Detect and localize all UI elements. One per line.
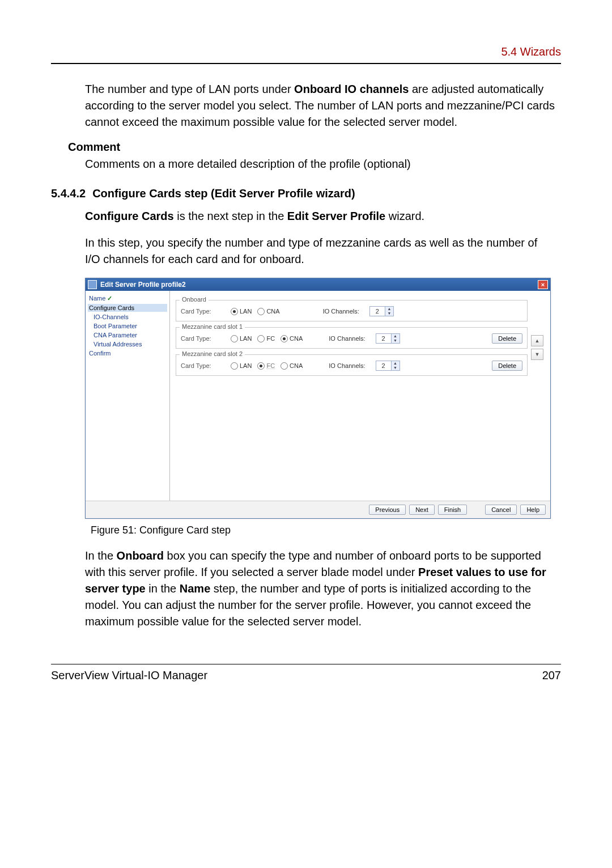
radio-mezz2-cna[interactable]: CNA: [280, 362, 303, 370]
group-onboard: Onboard Card Type: LAN CNA IO Channels: …: [176, 300, 528, 321]
radio-dot-icon: [257, 308, 265, 315]
radio-mezz2-lan[interactable]: LAN: [231, 362, 252, 370]
radio-label: LAN: [240, 335, 252, 342]
nav-item-confirm[interactable]: Confirm: [88, 349, 167, 357]
footer-product: ServerView Virtual-IO Manager: [51, 669, 207, 682]
label-card-type: Card Type:: [181, 308, 220, 315]
subheading-title: Configure Cards step (Edit Server Profil…: [92, 187, 355, 200]
paragraph-onboard-box: In the Onboard box you can specify the t…: [85, 548, 555, 630]
cancel-button[interactable]: Cancel: [485, 505, 517, 515]
radio-mezz1-lan[interactable]: LAN: [231, 335, 252, 342]
radio-dot-icon: [257, 335, 265, 342]
footer-page-number: 207: [542, 669, 561, 682]
chevron-down-icon[interactable]: ▼: [391, 366, 400, 370]
footer-rule: [51, 664, 561, 664]
chevron-up-icon[interactable]: ▲: [391, 361, 400, 366]
desc-comment: Comments on a more detailed description …: [85, 156, 555, 172]
label-io-channels: IO Channels:: [329, 335, 365, 342]
radio-label: FC: [266, 335, 275, 342]
radio-mezz2-fc[interactable]: FC: [257, 362, 275, 370]
close-icon[interactable]: ×: [538, 280, 548, 289]
header-rule: [51, 63, 561, 64]
radio-onboard-cna[interactable]: CNA: [257, 308, 279, 315]
nav-item-cna-parameter[interactable]: CNA Parameter: [88, 331, 167, 339]
wizard-nav: Name Configure Cards IO-Channels Boot Pa…: [86, 291, 170, 501]
next-button[interactable]: Next: [409, 505, 435, 515]
text-bold: Onboard IO channels: [294, 83, 409, 95]
paragraph-specify: In this step, you specify the number and…: [85, 235, 555, 268]
subheading: 5.4.4.2 Configure Cards step (Edit Serve…: [51, 187, 561, 200]
text: is the next step in the: [174, 210, 287, 222]
text: in the: [146, 582, 180, 595]
mezz2-card-type-radios: LAN FC CNA: [231, 362, 303, 370]
wizard-title: Edit Server Profile profile2: [100, 281, 186, 289]
wizard-content: Onboard Card Type: LAN CNA IO Channels: …: [170, 291, 550, 501]
radio-mezz1-cna[interactable]: CNA: [280, 335, 303, 342]
figure-caption: Figure 51: Configure Card step: [91, 524, 561, 536]
radio-label: CNA: [290, 335, 303, 342]
label-io-channels: IO Channels:: [329, 362, 365, 369]
page-footer: ServerView Virtual-IO Manager 207: [51, 669, 561, 682]
text: In the: [85, 549, 117, 562]
radio-dot-icon: [231, 362, 238, 370]
term-comment: Comment: [68, 141, 555, 154]
text-bold: Edit Server Profile: [287, 210, 385, 222]
group-legend-onboard: Onboard: [180, 296, 209, 303]
text: The number and type of LAN ports under: [85, 83, 294, 95]
label-card-type: Card Type:: [181, 335, 220, 342]
spinner-mezz2-io[interactable]: 2 ▲▼: [376, 361, 400, 371]
label-io-channels: IO Channels:: [323, 308, 359, 315]
radio-label: FC: [266, 362, 275, 369]
label-card-type: Card Type:: [181, 362, 220, 369]
radio-mezz1-fc[interactable]: FC: [257, 335, 275, 342]
text-bold: Onboard: [117, 549, 164, 562]
radio-label: LAN: [240, 362, 252, 369]
text-bold: Name: [180, 582, 210, 595]
radio-dot-icon: [280, 362, 288, 370]
wizard-titlebar[interactable]: Edit Server Profile profile2 ×: [86, 278, 550, 291]
radio-dot-icon: [231, 335, 238, 342]
text-bold: Configure Cards: [85, 210, 174, 222]
chevron-down-icon[interactable]: ▼: [385, 311, 393, 316]
spinner-onboard-io[interactable]: 2 ▲▼: [369, 306, 394, 316]
chevron-up-icon[interactable]: ▲: [385, 307, 393, 311]
spinner-value: 2: [370, 307, 385, 315]
move-up-button[interactable]: ▲: [531, 335, 543, 346]
radio-label: LAN: [240, 308, 252, 315]
chevron-down-icon[interactable]: ▼: [391, 338, 400, 343]
nav-item-name[interactable]: Name: [88, 294, 167, 303]
radio-dot-icon: [257, 362, 265, 370]
delete-button-mezz2[interactable]: Delete: [492, 361, 522, 371]
finish-button[interactable]: Finish: [438, 505, 467, 515]
delete-button-mezz1[interactable]: Delete: [492, 333, 522, 344]
text: wizard.: [385, 210, 424, 222]
help-button[interactable]: Help: [520, 505, 546, 515]
radio-label: CNA: [266, 308, 279, 315]
spinner-mezz1-io[interactable]: 2 ▲▼: [376, 333, 400, 344]
mezz1-card-type-radios: LAN FC CNA: [231, 335, 303, 342]
nav-item-configure-cards[interactable]: Configure Cards: [88, 304, 167, 312]
subheading-number: 5.4.4.2: [51, 187, 86, 200]
nav-item-io-channels[interactable]: IO-Channels: [88, 313, 167, 321]
spinner-value: 2: [376, 335, 391, 342]
group-legend-mezz2: Mezzanine card slot 2: [180, 350, 245, 357]
radio-onboard-lan[interactable]: LAN: [231, 308, 252, 315]
wizard-footer: Previous Next Finish Cancel Help: [86, 501, 550, 518]
paragraph-onboard-io: The number and type of LAN ports under O…: [85, 81, 555, 130]
group-legend-mezz1: Mezzanine card slot 1: [180, 323, 245, 330]
slot-move-controls: ▲ ▼: [531, 335, 543, 360]
radio-dot-icon: [280, 335, 288, 342]
nav-item-virtual-addresses[interactable]: Virtual Addresses: [88, 340, 167, 348]
nav-item-boot-parameter[interactable]: Boot Parameter: [88, 322, 167, 330]
radio-dot-icon: [231, 308, 238, 315]
previous-button[interactable]: Previous: [369, 505, 406, 515]
wizard-window: Edit Server Profile profile2 × Name Conf…: [85, 278, 551, 519]
app-icon: [88, 280, 97, 289]
radio-label: CNA: [290, 362, 303, 369]
page-section-header: 5.4 Wizards: [51, 45, 561, 63]
spinner-value: 2: [376, 362, 391, 370]
onboard-card-type-radios: LAN CNA: [231, 308, 280, 315]
group-mezz1: Mezzanine card slot 1 Card Type: LAN FC …: [176, 327, 528, 349]
move-down-button[interactable]: ▼: [531, 349, 543, 360]
chevron-up-icon[interactable]: ▲: [391, 334, 400, 338]
